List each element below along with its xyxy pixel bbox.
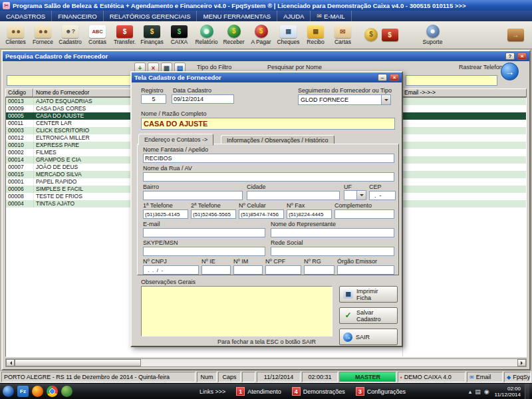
telefone1-field[interactable] <box>143 209 188 219</box>
observacoes-textarea[interactable] <box>141 286 332 336</box>
toolbar-cheques-button[interactable]: ▤Cheques <box>275 22 302 49</box>
seguimento-select[interactable]: GLOD FORNECE <box>298 94 391 105</box>
toolbar-cadastro-button[interactable]: ☻?Cadastro <box>57 22 84 49</box>
row-code: 00009 <box>6 105 34 112</box>
scrollbar-thumb[interactable] <box>15 359 141 366</box>
scroll-left-arrow[interactable] <box>6 359 15 366</box>
cpf-field[interactable] <box>265 265 301 275</box>
column-codigo[interactable]: Código <box>5 88 33 97</box>
a-pagar-coin-icon: $ <box>255 25 268 38</box>
cnpj-field[interactable] <box>143 265 199 275</box>
chevron-down-icon[interactable] <box>381 95 390 104</box>
orgao-emissor-field[interactable] <box>337 265 394 275</box>
uf-label: UF <box>344 184 352 190</box>
toolbar-apagar-button[interactable]: $A Pagar <box>247 22 275 49</box>
taskbar-demonstracoes[interactable]: 4Demonstrações <box>292 387 345 396</box>
celular-field[interactable] <box>239 209 284 219</box>
phone-search-input[interactable] <box>406 75 497 86</box>
nome-razao-label: Nome / Razão Completo <box>141 110 207 117</box>
toolbar-transfer-button[interactable]: $Transfer. <box>111 22 138 49</box>
data-cadastro-label: Data Cadastro <box>173 87 211 94</box>
search-go-button[interactable]: → <box>501 63 519 80</box>
filezilla-icon[interactable]: Fz <box>17 386 29 397</box>
registro-label: Registro <box>141 87 164 94</box>
search-close-button[interactable]: × <box>517 53 527 60</box>
toolbar-cartas-button[interactable]: ✉Cartas <box>329 22 356 49</box>
imprimir-ficha-button[interactable]: ▦ Imprimir Ficha <box>339 286 398 303</box>
toolbar-fornece-button[interactable]: ☻☻Fornece <box>29 22 57 49</box>
row-code: 00006 <box>6 186 34 193</box>
tray-network-icon[interactable]: ▤ <box>475 388 481 395</box>
tray-volume-icon[interactable]: ◉ <box>484 388 489 395</box>
data-cadastro-field[interactable] <box>172 94 234 104</box>
green-app-icon[interactable] <box>61 386 72 397</box>
count-badge: 4 <box>292 387 301 396</box>
skype-field[interactable] <box>143 247 265 256</box>
toolbar-dolar-button[interactable]: $ <box>380 22 399 49</box>
toolbar-relatorio-button[interactable]: ◉Relatório <box>193 22 220 49</box>
uf-select[interactable] <box>344 190 366 200</box>
rg-field[interactable] <box>304 265 334 275</box>
telefone2-field[interactable] <box>191 209 236 219</box>
menu-ajuda[interactable]: AJUDA <box>277 11 311 21</box>
scroll-right-arrow[interactable] <box>517 359 526 366</box>
registro-field[interactable] <box>141 94 166 104</box>
horizontal-scrollbar[interactable] <box>5 358 527 367</box>
show-desktop-button[interactable] <box>525 384 529 399</box>
chevron-down-icon[interactable] <box>356 191 366 200</box>
taskbar-configuracoes[interactable]: 3Configurações <box>356 387 406 396</box>
toolbar-contas-button[interactable]: ABCContas <box>84 22 111 49</box>
menu-financeiro[interactable]: FINANCEIRO <box>52 11 104 21</box>
app-icon: ✂ <box>3 2 10 9</box>
toolbar-moedas-button[interactable]: $ <box>362 22 380 49</box>
toolbar-receber-button[interactable]: $Receber <box>220 22 247 49</box>
menu-ferramentas[interactable]: MENU FERRAMENTAS <box>197 11 277 21</box>
bairro-field[interactable] <box>143 191 243 200</box>
column-email[interactable]: Email ->->-> <box>402 88 527 97</box>
email-menu-icon: ✉ <box>317 13 322 19</box>
system-tray[interactable]: ▴ ▤ ◉ <box>469 388 489 395</box>
search-help-button[interactable]: ? <box>505 53 515 60</box>
menu-relatorios[interactable]: RELATÓRIOS GERENCIAIS <box>104 11 198 21</box>
dialog-close-button[interactable]: × <box>390 74 399 81</box>
complemento-field[interactable] <box>334 209 394 219</box>
representante-field[interactable] <box>271 228 394 237</box>
tray-expand-icon[interactable]: ▴ <box>469 388 472 395</box>
cep-field[interactable] <box>369 191 396 200</box>
rede-social-field[interactable] <box>271 247 394 256</box>
fax-field[interactable] <box>287 209 332 219</box>
cadastro-icon: ☻? <box>62 25 78 38</box>
chrome-icon[interactable] <box>47 386 58 397</box>
observacoes-label: Observações Gerais <box>141 279 196 285</box>
toolbar-caixa-button[interactable]: $CAIXA <box>166 22 193 49</box>
menu-email[interactable]: ✉E-MAIL <box>311 11 351 21</box>
phone-search-label: Rastrear Telefone <box>459 64 506 70</box>
salvar-cadastro-button[interactable]: ✓ Salvar Cadastro <box>339 307 398 324</box>
toolbar-recibo-button[interactable]: ▤Recibo <box>302 22 329 49</box>
taskbar-clock[interactable]: 02:00 11/12/2014 <box>495 386 521 398</box>
tab-endereco-contatos[interactable]: Endereço e Contatos -> <box>138 134 213 146</box>
telefone2-label: 2ª Telefone <box>191 202 221 209</box>
toolbar-suporte-button[interactable]: ☻Suporte <box>419 22 446 49</box>
firefox-icon[interactable] <box>32 386 43 397</box>
search-by-name-label: Pesquisar por Nome <box>267 64 322 70</box>
caixa-icon: $ <box>171 25 188 38</box>
dialog-minimize-button[interactable]: – <box>378 74 387 81</box>
nome-razao-field[interactable] <box>141 118 395 130</box>
im-field[interactable] <box>233 265 263 275</box>
ie-field[interactable] <box>201 265 231 275</box>
cidade-field[interactable] <box>247 191 340 200</box>
menubar: CADASTROS FINANCEIRO RELATÓRIOS GERENCIA… <box>0 11 532 21</box>
toolbar-financas-button[interactable]: $Finanças <box>138 22 166 49</box>
search-name-input[interactable] <box>7 75 132 86</box>
taskbar-atendimento[interactable]: 1Atendimento <box>236 387 281 396</box>
app-titlebar: ✂ Programa Salão de Beleza & Estética + … <box>0 0 532 11</box>
nome-fantasia-field[interactable] <box>143 154 394 163</box>
status-email[interactable]: ✉Email <box>467 372 503 382</box>
toolbar-clientes-button[interactable]: ☻☻Clientes <box>2 22 29 49</box>
toolbar-exit-button[interactable]: → <box>506 22 525 49</box>
start-orb-icon[interactable] <box>3 386 14 397</box>
email-field[interactable] <box>143 228 265 237</box>
rua-field[interactable] <box>143 172 394 182</box>
menu-cadastros[interactable]: CADASTROS <box>0 11 52 21</box>
